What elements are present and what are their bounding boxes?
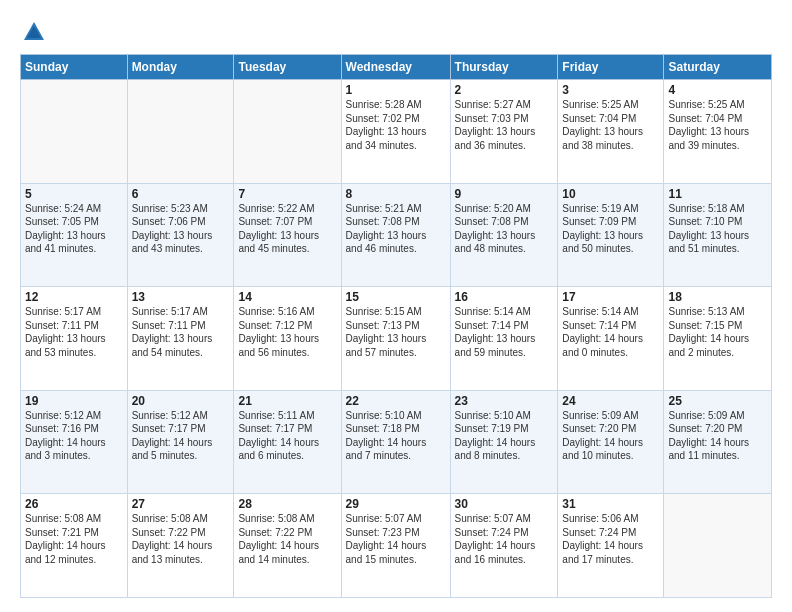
calendar-cell (234, 80, 341, 184)
day-info: Sunrise: 5:14 AMSunset: 7:14 PMDaylight:… (562, 305, 659, 359)
day-info: Sunrise: 5:18 AMSunset: 7:10 PMDaylight:… (668, 202, 767, 256)
day-info: Sunrise: 5:21 AMSunset: 7:08 PMDaylight:… (346, 202, 446, 256)
day-number: 15 (346, 290, 446, 304)
day-number: 12 (25, 290, 123, 304)
day-info: Sunrise: 5:23 AMSunset: 7:06 PMDaylight:… (132, 202, 230, 256)
calendar-cell: 11Sunrise: 5:18 AMSunset: 7:10 PMDayligh… (664, 183, 772, 287)
weekday-header-row: SundayMondayTuesdayWednesdayThursdayFrid… (21, 55, 772, 80)
calendar-cell: 23Sunrise: 5:10 AMSunset: 7:19 PMDayligh… (450, 390, 558, 494)
calendar-cell: 20Sunrise: 5:12 AMSunset: 7:17 PMDayligh… (127, 390, 234, 494)
calendar-cell: 28Sunrise: 5:08 AMSunset: 7:22 PMDayligh… (234, 494, 341, 598)
calendar-cell: 27Sunrise: 5:08 AMSunset: 7:22 PMDayligh… (127, 494, 234, 598)
weekday-header-tuesday: Tuesday (234, 55, 341, 80)
calendar-cell: 2Sunrise: 5:27 AMSunset: 7:03 PMDaylight… (450, 80, 558, 184)
calendar-cell: 25Sunrise: 5:09 AMSunset: 7:20 PMDayligh… (664, 390, 772, 494)
calendar-cell: 29Sunrise: 5:07 AMSunset: 7:23 PMDayligh… (341, 494, 450, 598)
calendar-cell: 22Sunrise: 5:10 AMSunset: 7:18 PMDayligh… (341, 390, 450, 494)
day-info: Sunrise: 5:17 AMSunset: 7:11 PMDaylight:… (25, 305, 123, 359)
day-number: 31 (562, 497, 659, 511)
day-info: Sunrise: 5:07 AMSunset: 7:24 PMDaylight:… (455, 512, 554, 566)
day-number: 18 (668, 290, 767, 304)
calendar: SundayMondayTuesdayWednesdayThursdayFrid… (20, 54, 772, 598)
weekday-header-wednesday: Wednesday (341, 55, 450, 80)
day-info: Sunrise: 5:19 AMSunset: 7:09 PMDaylight:… (562, 202, 659, 256)
calendar-cell: 9Sunrise: 5:20 AMSunset: 7:08 PMDaylight… (450, 183, 558, 287)
weekday-header-friday: Friday (558, 55, 664, 80)
week-row-5: 26Sunrise: 5:08 AMSunset: 7:21 PMDayligh… (21, 494, 772, 598)
calendar-cell: 6Sunrise: 5:23 AMSunset: 7:06 PMDaylight… (127, 183, 234, 287)
day-info: Sunrise: 5:09 AMSunset: 7:20 PMDaylight:… (562, 409, 659, 463)
day-number: 6 (132, 187, 230, 201)
day-number: 10 (562, 187, 659, 201)
day-info: Sunrise: 5:12 AMSunset: 7:17 PMDaylight:… (132, 409, 230, 463)
weekday-header-saturday: Saturday (664, 55, 772, 80)
day-number: 11 (668, 187, 767, 201)
week-row-2: 5Sunrise: 5:24 AMSunset: 7:05 PMDaylight… (21, 183, 772, 287)
day-number: 14 (238, 290, 336, 304)
day-info: Sunrise: 5:25 AMSunset: 7:04 PMDaylight:… (668, 98, 767, 152)
weekday-header-thursday: Thursday (450, 55, 558, 80)
calendar-cell: 7Sunrise: 5:22 AMSunset: 7:07 PMDaylight… (234, 183, 341, 287)
page: SundayMondayTuesdayWednesdayThursdayFrid… (0, 0, 792, 612)
day-number: 20 (132, 394, 230, 408)
calendar-cell: 16Sunrise: 5:14 AMSunset: 7:14 PMDayligh… (450, 287, 558, 391)
calendar-cell: 21Sunrise: 5:11 AMSunset: 7:17 PMDayligh… (234, 390, 341, 494)
day-info: Sunrise: 5:20 AMSunset: 7:08 PMDaylight:… (455, 202, 554, 256)
calendar-cell: 15Sunrise: 5:15 AMSunset: 7:13 PMDayligh… (341, 287, 450, 391)
day-number: 1 (346, 83, 446, 97)
day-number: 30 (455, 497, 554, 511)
calendar-cell: 5Sunrise: 5:24 AMSunset: 7:05 PMDaylight… (21, 183, 128, 287)
day-info: Sunrise: 5:11 AMSunset: 7:17 PMDaylight:… (238, 409, 336, 463)
calendar-cell: 1Sunrise: 5:28 AMSunset: 7:02 PMDaylight… (341, 80, 450, 184)
day-info: Sunrise: 5:13 AMSunset: 7:15 PMDaylight:… (668, 305, 767, 359)
calendar-cell: 3Sunrise: 5:25 AMSunset: 7:04 PMDaylight… (558, 80, 664, 184)
day-info: Sunrise: 5:27 AMSunset: 7:03 PMDaylight:… (455, 98, 554, 152)
day-info: Sunrise: 5:14 AMSunset: 7:14 PMDaylight:… (455, 305, 554, 359)
day-info: Sunrise: 5:08 AMSunset: 7:22 PMDaylight:… (132, 512, 230, 566)
day-info: Sunrise: 5:28 AMSunset: 7:02 PMDaylight:… (346, 98, 446, 152)
calendar-cell: 8Sunrise: 5:21 AMSunset: 7:08 PMDaylight… (341, 183, 450, 287)
calendar-cell: 10Sunrise: 5:19 AMSunset: 7:09 PMDayligh… (558, 183, 664, 287)
day-info: Sunrise: 5:15 AMSunset: 7:13 PMDaylight:… (346, 305, 446, 359)
day-info: Sunrise: 5:08 AMSunset: 7:21 PMDaylight:… (25, 512, 123, 566)
day-number: 7 (238, 187, 336, 201)
day-number: 3 (562, 83, 659, 97)
day-info: Sunrise: 5:09 AMSunset: 7:20 PMDaylight:… (668, 409, 767, 463)
calendar-cell: 18Sunrise: 5:13 AMSunset: 7:15 PMDayligh… (664, 287, 772, 391)
day-info: Sunrise: 5:24 AMSunset: 7:05 PMDaylight:… (25, 202, 123, 256)
weekday-header-sunday: Sunday (21, 55, 128, 80)
day-info: Sunrise: 5:12 AMSunset: 7:16 PMDaylight:… (25, 409, 123, 463)
day-number: 28 (238, 497, 336, 511)
day-number: 8 (346, 187, 446, 201)
calendar-cell: 12Sunrise: 5:17 AMSunset: 7:11 PMDayligh… (21, 287, 128, 391)
day-number: 27 (132, 497, 230, 511)
day-number: 2 (455, 83, 554, 97)
day-info: Sunrise: 5:06 AMSunset: 7:24 PMDaylight:… (562, 512, 659, 566)
week-row-1: 1Sunrise: 5:28 AMSunset: 7:02 PMDaylight… (21, 80, 772, 184)
week-row-3: 12Sunrise: 5:17 AMSunset: 7:11 PMDayligh… (21, 287, 772, 391)
calendar-cell (664, 494, 772, 598)
day-info: Sunrise: 5:25 AMSunset: 7:04 PMDaylight:… (562, 98, 659, 152)
day-number: 26 (25, 497, 123, 511)
day-number: 29 (346, 497, 446, 511)
weekday-header-monday: Monday (127, 55, 234, 80)
calendar-cell: 4Sunrise: 5:25 AMSunset: 7:04 PMDaylight… (664, 80, 772, 184)
calendar-cell: 14Sunrise: 5:16 AMSunset: 7:12 PMDayligh… (234, 287, 341, 391)
calendar-cell (127, 80, 234, 184)
calendar-cell: 17Sunrise: 5:14 AMSunset: 7:14 PMDayligh… (558, 287, 664, 391)
day-info: Sunrise: 5:07 AMSunset: 7:23 PMDaylight:… (346, 512, 446, 566)
day-number: 17 (562, 290, 659, 304)
day-number: 5 (25, 187, 123, 201)
day-number: 16 (455, 290, 554, 304)
calendar-cell: 19Sunrise: 5:12 AMSunset: 7:16 PMDayligh… (21, 390, 128, 494)
day-number: 19 (25, 394, 123, 408)
day-number: 13 (132, 290, 230, 304)
day-info: Sunrise: 5:10 AMSunset: 7:19 PMDaylight:… (455, 409, 554, 463)
calendar-cell (21, 80, 128, 184)
day-info: Sunrise: 5:08 AMSunset: 7:22 PMDaylight:… (238, 512, 336, 566)
logo (20, 18, 52, 46)
logo-icon (20, 18, 48, 46)
calendar-cell: 31Sunrise: 5:06 AMSunset: 7:24 PMDayligh… (558, 494, 664, 598)
header (20, 18, 772, 46)
calendar-cell: 30Sunrise: 5:07 AMSunset: 7:24 PMDayligh… (450, 494, 558, 598)
